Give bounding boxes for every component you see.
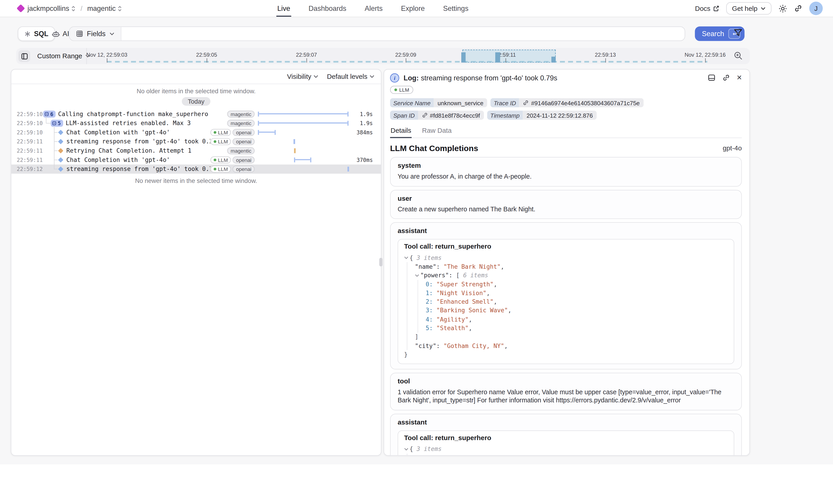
collapse-badge[interactable]: 5 [51,120,63,127]
duration-label: 1.9s [350,111,381,117]
log-title-text: streaming response from 'gpt-4o' took 0.… [421,74,557,82]
panel-resize-handle[interactable] [379,258,382,266]
json-line: 0: "Super Strength", [404,280,728,289]
docs-link[interactable]: Docs [695,4,719,12]
chevron-down-icon[interactable] [415,274,419,277]
log-row[interactable]: 22:59:106Calling chatprompt-function mak… [11,110,381,119]
timeline-bar: Custom Range Nov 12, 22:59:0322:59:0522:… [16,48,750,64]
project-switcher[interactable]: magentic [87,4,122,13]
timeline-tick-label: 22:59:13 [595,52,616,57]
get-help-button[interactable]: Get help [726,2,771,15]
duration-gantt [258,110,350,119]
log-tags: LLMopenai [211,138,255,145]
share-link-icon[interactable] [794,4,802,13]
visibility-dropdown[interactable]: Visibility [287,73,318,80]
tree-connector [54,141,58,142]
tab-alerts[interactable]: Alerts [364,0,384,17]
log-tags: LLMopenai [211,129,255,136]
link-icon [422,112,428,118]
avatar[interactable]: J [809,2,823,15]
timeline-tickmark [605,58,606,63]
log-row[interactable]: 22:59:11Retrying Chat Completion. Attemp… [11,146,381,155]
chip-value[interactable]: #9146a6974e4e6140538043607a71c75e [519,98,643,107]
chip-trace-id: Trace ID#9146a6974e4e6140538043607a71c75… [490,98,643,107]
tab-explore[interactable]: Explore [400,0,426,17]
copy-link-icon[interactable] [722,74,730,81]
duration-label: 384ms [350,129,381,135]
search-input[interactable] [121,27,685,41]
indent-guide [418,297,426,306]
chevron-down-icon[interactable] [404,256,408,260]
json-comma: , [508,307,511,314]
org-switcher[interactable]: jackmpcollins [28,4,76,13]
tool-call-card: Tool call: return_superhero{ 3 items"nam… [398,239,734,364]
log-row[interactable]: 22:59:11streaming response from 'gpt-4o'… [11,137,381,146]
tree-connector [54,160,58,160]
info-icon: i [390,73,399,82]
log-message: streaming response from 'gpt-4o' took 0.… [66,138,211,145]
fields-dropdown[interactable]: Fields [70,27,121,41]
tool-call-card: Tool call: return_superhero{ 3 items"nam… [398,430,734,456]
chevron-down-icon [761,7,765,10]
timeline-tickmark [107,58,107,63]
log-tags: LLMopenai [211,166,255,172]
message-text: You are professor A, in charge of the A-… [398,172,734,181]
tab-live[interactable]: Live [276,0,291,17]
chip-span-id: Span ID#fd81e8f78c4ecc9f [390,111,484,120]
levels-dropdown[interactable]: Default levels [327,73,374,80]
nav-actions: Docs Get help J [695,0,823,17]
logfire-logo-icon [17,4,25,13]
indent-guide [407,341,415,350]
json-line: "name": "The Bark Night", [404,262,728,271]
log-message: Chat Completion with 'gpt-4o' [66,157,211,164]
breadcrumb: jackmpcollins / magentic [18,0,122,17]
json-key: "name": [415,454,444,456]
log-row[interactable]: 22:59:12streaming response from 'gpt-4o'… [11,165,381,174]
theme-toggle-sun-icon[interactable] [779,4,787,13]
nav-tabs: LiveDashboardsAlertsExploreSettings [276,0,470,17]
zoom-in-icon[interactable] [734,51,743,61]
close-icon[interactable]: × [737,73,742,82]
timeline-chart[interactable]: Nov 12, 22:59:0322:59:0522:59:0722:59:09… [16,48,750,64]
chip-value[interactable]: #fd81e8f78c4ecc9f [418,111,484,120]
detail-tab-details[interactable]: Details [390,125,412,138]
detail-tab-raw-data[interactable]: Raw Data [422,125,452,138]
filter-funnel-icon[interactable] [734,29,742,37]
json-comma: , [469,325,472,332]
log-row[interactable]: 22:59:105LLM-assisted retries enabled. M… [11,119,381,128]
tab-settings[interactable]: Settings [442,0,470,17]
collapse-icon [45,112,49,116]
collapse-badge[interactable]: 6 [43,111,55,118]
json-string-value: "THE BARK NIGHT" [444,454,501,456]
json-bracket: ] [415,334,419,340]
get-help-label: Get help [732,4,758,12]
json-string-value: "Night Vision" [436,289,486,296]
search-label: Search [702,30,724,38]
model-name: gpt-4o [723,144,742,152]
ai-label: AI [63,30,69,38]
org-name: jackmpcollins [28,4,69,13]
diamond-orange-icon [58,148,64,153]
tab-dashboards[interactable]: Dashboards [307,0,348,17]
chip-service-name: Service Nameunknown_service [390,98,487,107]
json-index: 2: [426,298,436,305]
no-older-note: No older items in the selected time wind… [11,88,381,94]
diamond-blue-icon [58,139,64,144]
log-row[interactable]: 22:59:10Chat Completion with 'gpt-4o'LLM… [11,128,381,137]
tree-connector [54,132,58,133]
chip-label: Timestamp [487,111,523,120]
today-pill[interactable]: Today [182,97,210,106]
log-row[interactable]: 22:59:11Chat Completion with 'gpt-4o'LLM… [11,155,381,165]
log-time: 22:59:10 [17,129,43,135]
detail-panel: i Log:streaming response from 'gpt-4o' t… [383,69,750,456]
message-role: tool [398,377,734,385]
json-comma: , [501,454,504,456]
chevron-down-icon[interactable] [404,448,408,451]
log-time: 22:59:11 [17,157,43,163]
message-text: 1 validation error for Superhero name Va… [398,388,734,405]
link-icon [523,100,529,106]
tag-llm: LLM [211,157,231,164]
detail-tabs: DetailsRaw Data [390,125,742,138]
tool-call-title: Tool call: return_superhero [404,243,728,250]
panel-layout-icon[interactable] [708,74,715,81]
